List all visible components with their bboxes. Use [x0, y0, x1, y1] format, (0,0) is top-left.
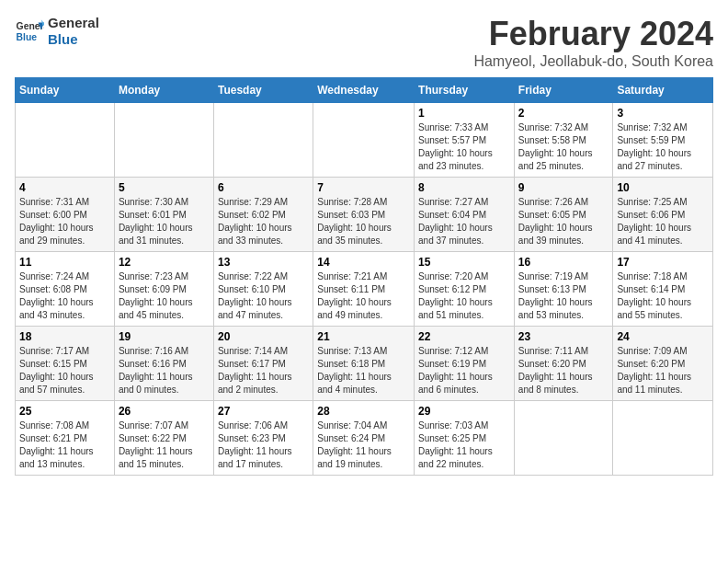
day-number: 22: [418, 330, 510, 343]
calendar-cell: 23Sunrise: 7:11 AM Sunset: 6:20 PM Dayli…: [514, 327, 613, 401]
day-info: Sunrise: 7:04 AM Sunset: 6:24 PM Dayligh…: [317, 419, 410, 471]
day-info: Sunrise: 7:30 AM Sunset: 6:01 PM Dayligh…: [119, 196, 210, 247]
day-number: 27: [218, 405, 309, 418]
day-number: 9: [518, 181, 609, 194]
calendar-cell: 2Sunrise: 7:32 AM Sunset: 5:58 PM Daylig…: [514, 103, 613, 178]
day-info: Sunrise: 7:03 AM Sunset: 6:25 PM Dayligh…: [418, 419, 510, 471]
calendar-cell: 18Sunrise: 7:17 AM Sunset: 6:15 PM Dayli…: [16, 327, 115, 401]
calendar-cell: 28Sunrise: 7:04 AM Sunset: 6:24 PM Dayli…: [313, 401, 415, 476]
calendar-cell: 29Sunrise: 7:03 AM Sunset: 6:25 PM Dayli…: [415, 401, 515, 476]
day-number: 19: [119, 330, 210, 343]
calendar-week-row: 11Sunrise: 7:24 AM Sunset: 6:08 PM Dayli…: [16, 252, 713, 327]
day-number: 17: [617, 256, 709, 269]
day-info: Sunrise: 7:32 AM Sunset: 5:59 PM Dayligh…: [617, 121, 709, 173]
day-info: Sunrise: 7:18 AM Sunset: 6:14 PM Dayligh…: [617, 270, 709, 322]
calendar-title: February 2024: [473, 15, 713, 53]
day-number: 14: [317, 256, 410, 269]
day-info: Sunrise: 7:26 AM Sunset: 6:05 PM Dayligh…: [518, 196, 609, 247]
day-info: Sunrise: 7:33 AM Sunset: 5:57 PM Dayligh…: [418, 121, 510, 173]
logo: General Blue General Blue: [15, 15, 99, 48]
day-number: 5: [119, 181, 210, 194]
day-info: Sunrise: 7:13 AM Sunset: 6:18 PM Dayligh…: [317, 345, 410, 396]
logo-blue: Blue: [48, 31, 99, 48]
calendar-cell: 20Sunrise: 7:14 AM Sunset: 6:17 PM Dayli…: [213, 327, 313, 401]
calendar-table: SundayMondayTuesdayWednesdayThursdayFrid…: [15, 77, 713, 476]
calendar-cell: [114, 103, 213, 178]
day-number: 6: [218, 181, 309, 194]
day-number: 20: [218, 330, 309, 343]
day-number: 12: [119, 256, 210, 269]
day-info: Sunrise: 7:11 AM Sunset: 6:20 PM Dayligh…: [518, 345, 609, 396]
day-info: Sunrise: 7:16 AM Sunset: 6:16 PM Dayligh…: [119, 345, 210, 396]
day-number: 26: [119, 405, 210, 418]
day-number: 15: [418, 256, 510, 269]
calendar-cell: 3Sunrise: 7:32 AM Sunset: 5:59 PM Daylig…: [613, 103, 713, 178]
day-number: 29: [418, 405, 510, 418]
page-header: General Blue General Blue February 2024 …: [15, 15, 713, 70]
calendar-cell: [16, 103, 115, 178]
day-number: 2: [518, 107, 609, 120]
day-number: 23: [518, 330, 609, 343]
day-info: Sunrise: 7:25 AM Sunset: 6:06 PM Dayligh…: [617, 196, 709, 247]
calendar-week-row: 25Sunrise: 7:08 AM Sunset: 6:21 PM Dayli…: [16, 401, 713, 476]
day-info: Sunrise: 7:06 AM Sunset: 6:23 PM Dayligh…: [218, 419, 309, 471]
calendar-cell: 21Sunrise: 7:13 AM Sunset: 6:18 PM Dayli…: [313, 327, 415, 401]
calendar-cell: [213, 103, 313, 178]
calendar-cell: [313, 103, 415, 178]
day-number: 21: [317, 330, 410, 343]
day-info: Sunrise: 7:28 AM Sunset: 6:03 PM Dayligh…: [317, 196, 410, 247]
calendar-cell: 17Sunrise: 7:18 AM Sunset: 6:14 PM Dayli…: [613, 252, 713, 327]
day-number: 11: [19, 256, 110, 269]
day-number: 7: [317, 181, 410, 194]
day-header-sunday: Sunday: [16, 78, 115, 103]
calendar-cell: 1Sunrise: 7:33 AM Sunset: 5:57 PM Daylig…: [415, 103, 515, 178]
calendar-week-row: 18Sunrise: 7:17 AM Sunset: 6:15 PM Dayli…: [16, 327, 713, 401]
calendar-cell: 12Sunrise: 7:23 AM Sunset: 6:09 PM Dayli…: [114, 252, 213, 327]
logo-general: General: [48, 15, 99, 31]
calendar-cell: 26Sunrise: 7:07 AM Sunset: 6:22 PM Dayli…: [114, 401, 213, 476]
day-info: Sunrise: 7:14 AM Sunset: 6:17 PM Dayligh…: [218, 345, 309, 396]
calendar-subtitle: Hamyeol, Jeollabuk-do, South Korea: [473, 53, 713, 70]
calendar-cell: 11Sunrise: 7:24 AM Sunset: 6:08 PM Dayli…: [16, 252, 115, 327]
title-area: February 2024 Hamyeol, Jeollabuk-do, Sou…: [473, 15, 713, 70]
calendar-cell: 5Sunrise: 7:30 AM Sunset: 6:01 PM Daylig…: [114, 178, 213, 252]
day-info: Sunrise: 7:29 AM Sunset: 6:02 PM Dayligh…: [218, 196, 309, 247]
day-number: 25: [19, 405, 110, 418]
calendar-week-row: 1Sunrise: 7:33 AM Sunset: 5:57 PM Daylig…: [16, 103, 713, 178]
calendar-cell: 16Sunrise: 7:19 AM Sunset: 6:13 PM Dayli…: [514, 252, 613, 327]
day-info: Sunrise: 7:19 AM Sunset: 6:13 PM Dayligh…: [518, 270, 609, 322]
day-info: Sunrise: 7:12 AM Sunset: 6:19 PM Dayligh…: [418, 345, 510, 396]
day-info: Sunrise: 7:23 AM Sunset: 6:09 PM Dayligh…: [119, 270, 210, 322]
day-header-friday: Friday: [514, 78, 613, 103]
day-info: Sunrise: 7:20 AM Sunset: 6:12 PM Dayligh…: [418, 270, 510, 322]
svg-text:Blue: Blue: [17, 32, 38, 42]
day-number: 3: [617, 107, 709, 120]
calendar-cell: 24Sunrise: 7:09 AM Sunset: 6:20 PM Dayli…: [613, 327, 713, 401]
day-number: 24: [617, 330, 709, 343]
calendar-cell: 27Sunrise: 7:06 AM Sunset: 6:23 PM Dayli…: [213, 401, 313, 476]
day-header-monday: Monday: [114, 78, 213, 103]
day-number: 28: [317, 405, 410, 418]
day-info: Sunrise: 7:24 AM Sunset: 6:08 PM Dayligh…: [19, 270, 110, 322]
day-info: Sunrise: 7:31 AM Sunset: 6:00 PM Dayligh…: [19, 196, 110, 247]
calendar-cell: 7Sunrise: 7:28 AM Sunset: 6:03 PM Daylig…: [313, 178, 415, 252]
calendar-cell: 22Sunrise: 7:12 AM Sunset: 6:19 PM Dayli…: [415, 327, 515, 401]
calendar-cell: 10Sunrise: 7:25 AM Sunset: 6:06 PM Dayli…: [613, 178, 713, 252]
logo-icon: General Blue: [15, 17, 44, 46]
day-header-saturday: Saturday: [613, 78, 713, 103]
calendar-cell: 14Sunrise: 7:21 AM Sunset: 6:11 PM Dayli…: [313, 252, 415, 327]
day-info: Sunrise: 7:22 AM Sunset: 6:10 PM Dayligh…: [218, 270, 309, 322]
calendar-header-row: SundayMondayTuesdayWednesdayThursdayFrid…: [16, 78, 713, 103]
day-info: Sunrise: 7:27 AM Sunset: 6:04 PM Dayligh…: [418, 196, 510, 247]
calendar-cell: 13Sunrise: 7:22 AM Sunset: 6:10 PM Dayli…: [213, 252, 313, 327]
day-number: 16: [518, 256, 609, 269]
day-number: 4: [19, 181, 110, 194]
day-info: Sunrise: 7:17 AM Sunset: 6:15 PM Dayligh…: [19, 345, 110, 396]
day-info: Sunrise: 7:32 AM Sunset: 5:58 PM Dayligh…: [518, 121, 609, 173]
day-number: 10: [617, 181, 709, 194]
calendar-cell: [514, 401, 613, 476]
calendar-cell: 4Sunrise: 7:31 AM Sunset: 6:00 PM Daylig…: [16, 178, 115, 252]
day-header-wednesday: Wednesday: [313, 78, 415, 103]
calendar-cell: 9Sunrise: 7:26 AM Sunset: 6:05 PM Daylig…: [514, 178, 613, 252]
calendar-week-row: 4Sunrise: 7:31 AM Sunset: 6:00 PM Daylig…: [16, 178, 713, 252]
